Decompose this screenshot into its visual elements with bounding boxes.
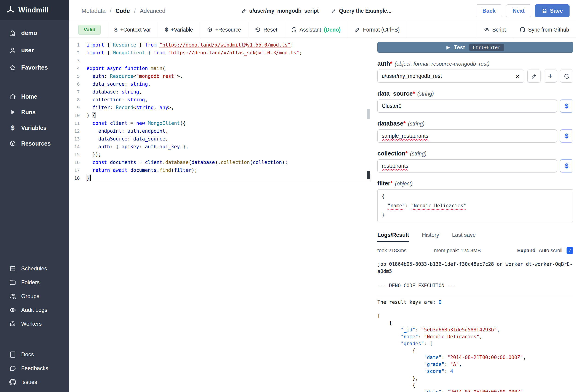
save-button[interactable]: Save (535, 4, 570, 17)
admin-nav-section: Schedules Folders Groups Audit Logs (0, 262, 69, 331)
edit-resource-button[interactable] (527, 70, 541, 83)
footer-nav-section: Docs Feedbacks Issues (0, 348, 69, 389)
test-button[interactable]: ▶ Test Ctrl+Enter (377, 42, 573, 53)
sidebar-item-issues[interactable]: Issues (0, 375, 69, 389)
sidebar-item-schedules[interactable]: Schedules (0, 262, 69, 276)
filter-json-editor[interactable]: { "name": "Nordic Delicacies"} (377, 189, 573, 222)
back-button[interactable]: Back (476, 4, 502, 17)
sidebar-item-docs[interactable]: Docs (0, 348, 69, 361)
code-editor[interactable]: 123456789101112131415161718 import { Res… (69, 38, 371, 392)
eye-icon (484, 27, 490, 32)
sidebar-item-variables[interactable]: $ Variables (0, 120, 69, 136)
sync-github-button[interactable]: Sync from Github (513, 22, 576, 38)
folder-icon (9, 279, 16, 286)
eye-icon (9, 307, 16, 313)
script-path-edit[interactable]: u/user/my_mongodb_script (241, 8, 319, 14)
user-name: user (21, 47, 34, 54)
next-button[interactable]: Next (506, 4, 531, 17)
sidebar-item-user[interactable]: user (0, 42, 69, 59)
assistant-button[interactable]: Assistant (Deno) (284, 22, 348, 38)
script-view-button[interactable]: Script (477, 22, 513, 38)
tab-advanced[interactable]: Advanced (140, 8, 165, 14)
sidebar-item-feedbacks[interactable]: Feedbacks (0, 361, 69, 375)
sidebar-item-workers[interactable]: Workers (0, 317, 69, 331)
valid-badge: Valid (78, 25, 101, 34)
field-label-collection: collection * (string) (377, 150, 573, 157)
auth-resource-value: u/user/my_mongodb_rest (382, 73, 516, 79)
autoscroll-label: Auto scroll (539, 248, 562, 253)
refresh-icon (564, 73, 570, 79)
format-button[interactable]: Format (Ctrl+S) (348, 22, 407, 38)
sidebar-item-favorites[interactable]: Favorites (0, 59, 69, 76)
database-input[interactable]: sample_restaurants (377, 129, 557, 142)
sidebar-item-audit-logs[interactable]: Audit Logs (0, 303, 69, 317)
workspace-section: demo user Favorites (0, 25, 69, 76)
logs-result-divider (377, 295, 573, 295)
building-icon (9, 30, 16, 37)
collection-row: restaurants $ (377, 159, 573, 172)
workspace-logo[interactable]: Windmill (0, 0, 69, 20)
reset-button[interactable]: Reset (248, 22, 284, 38)
toolbar-spacer (407, 22, 477, 38)
editor-scrollbar[interactable] (366, 38, 371, 392)
dollar-icon: $ (114, 27, 117, 33)
tab-last-save[interactable]: Last save (452, 232, 476, 242)
auth-row: u/user/my_mongodb_rest × + (377, 70, 573, 83)
breadcrumb-separator: / (134, 8, 136, 14)
script-summary-edit[interactable]: Query the Example... (331, 8, 391, 14)
sidebar-item-home[interactable]: Home (0, 89, 69, 104)
refresh-cw-icon (291, 27, 297, 32)
pencil-icon (531, 73, 537, 79)
add-context-var-button[interactable]: $ +Context Var (107, 22, 158, 38)
sidebar-item-folders[interactable]: Folders (0, 276, 69, 289)
clear-icon[interactable]: × (516, 73, 520, 80)
tab-history[interactable]: History (422, 232, 439, 242)
assistant-language-label: (Deno) (324, 27, 341, 33)
user-icon (9, 47, 16, 54)
pen-icon (355, 27, 360, 32)
autoscroll-checkbox[interactable]: ✓ (567, 247, 573, 254)
sidebar-item-groups[interactable]: Groups (0, 289, 69, 303)
log-output: job 01864b05-8033-b136-1def-f30c48ac7c28… (377, 261, 573, 289)
field-label-auth: auth * (object, format: resource-mongodb… (377, 60, 573, 67)
star-icon (9, 64, 16, 71)
scrollbar-handle[interactable] (367, 109, 370, 119)
required-asterisk: * (390, 180, 393, 187)
top-actions: Back Next Save (476, 4, 570, 17)
collection-variable-picker-button[interactable]: $ (560, 159, 573, 172)
sidebar-item-resources[interactable]: Resources (0, 136, 69, 151)
tab-metadata[interactable]: Metadata (82, 8, 106, 14)
breadcrumb: Metadata / Code / Advanced (82, 8, 165, 14)
topbar: Metadata / Code / Advanced u/user/my_mon… (69, 0, 576, 22)
add-resource-button[interactable]: +Resource (200, 22, 248, 38)
sidebar-item-workspace-demo[interactable]: demo (0, 25, 69, 42)
breadcrumb-separator: / (110, 8, 111, 14)
tab-code[interactable]: Code (115, 8, 130, 14)
output-tabs: Logs/Result History Last save (377, 232, 573, 242)
sidebar-item-runs[interactable]: Runs (0, 104, 69, 120)
refresh-resource-button[interactable] (560, 70, 573, 83)
add-resource-inline-button[interactable]: + (544, 70, 557, 83)
required-asterisk: * (403, 120, 406, 127)
calendar-icon (9, 265, 16, 272)
workspace-name: demo (21, 29, 37, 37)
expand-button[interactable]: Expand (517, 248, 535, 253)
data-source-variable-picker-button[interactable]: $ (560, 100, 573, 113)
main-area: Metadata / Code / Advanced u/user/my_mon… (69, 0, 576, 392)
field-label-data-source: data_source * (string) (377, 90, 573, 97)
tab-logs-result[interactable]: Logs/Result (377, 232, 409, 242)
database-variable-picker-button[interactable]: $ (560, 129, 573, 142)
dollar-icon: $ (165, 27, 168, 33)
chat-icon (9, 365, 16, 372)
data-source-input[interactable]: Cluster0 (377, 100, 557, 113)
add-variable-button[interactable]: $ +Variable (158, 22, 200, 38)
duration-label: took 2183ms (377, 248, 406, 253)
play-icon: ▶ (447, 45, 450, 50)
exec-header: --- DENO CODE EXECUTION --- (377, 282, 573, 289)
auth-resource-input[interactable]: u/user/my_mongodb_rest × (377, 70, 524, 83)
job-log-line: job 01864b05-8033-b136-1def-f30c48ac7c28… (377, 261, 573, 275)
collection-input[interactable]: restaurants (377, 159, 557, 172)
cube-icon (9, 140, 16, 147)
code-lines[interactable]: import { Resource } from "https://deno.l… (80, 41, 371, 392)
pencil-icon (241, 8, 247, 13)
